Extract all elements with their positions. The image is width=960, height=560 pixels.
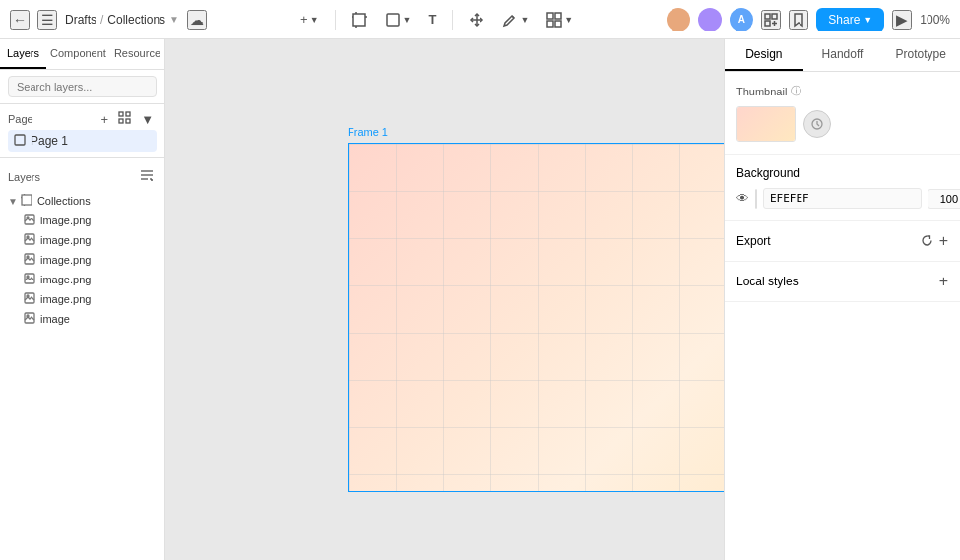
right-panel: Design Handoff Prototype Thumbnail ⓘ Ba: [724, 39, 960, 560]
background-label: Background: [736, 166, 800, 180]
breadcrumb-current[interactable]: Collections: [107, 13, 165, 27]
svg-rect-17: [15, 135, 25, 145]
frame-icon: [352, 12, 367, 28]
tab-prototype[interactable]: Prototype: [881, 39, 960, 71]
main-area: Layers Component Resource Page + ▼: [0, 39, 960, 560]
plugins-icon: [546, 12, 562, 28]
svg-rect-16: [126, 119, 130, 123]
list-item[interactable]: image: [16, 309, 164, 329]
shape-tool-button[interactable]: ▼: [379, 8, 417, 31]
add-tool-button[interactable]: + ▼: [294, 8, 325, 31]
background-title-row: Background: [736, 166, 948, 180]
export-row: Export +: [736, 233, 948, 249]
visibility-toggle[interactable]: 👁: [736, 191, 749, 206]
layer-group-collections[interactable]: ▼ Collections: [0, 191, 164, 211]
breadcrumb: Drafts / Collections ▼: [65, 13, 179, 27]
topbar: ← ☰ Drafts / Collections ▼ ☁ + ▼ ▼ T: [0, 0, 960, 39]
color-chip[interactable]: [755, 189, 757, 209]
chevron-down-icon[interactable]: ▼: [169, 14, 179, 25]
frame-tool-button[interactable]: [346, 8, 373, 31]
thumbnail-section: Thumbnail ⓘ: [725, 72, 960, 155]
image-layer-icon: [24, 273, 35, 286]
refresh-export-button[interactable]: [921, 234, 933, 249]
image-layer-icon: [24, 233, 35, 247]
hex-color-input[interactable]: [763, 188, 922, 209]
pen-tool-button[interactable]: ▼: [496, 8, 535, 31]
svg-rect-15: [119, 119, 123, 123]
back-button[interactable]: ←: [10, 10, 30, 30]
layer-children: image.png image.png image.png: [0, 211, 164, 329]
svg-rect-12: [765, 21, 770, 26]
opacity-input[interactable]: [928, 189, 960, 209]
cloud-sync-icon[interactable]: ☁: [187, 10, 207, 30]
breadcrumb-drafts[interactable]: Drafts: [65, 13, 96, 27]
text-tool-button[interactable]: T: [422, 8, 442, 31]
left-panel: Layers Component Resource Page + ▼: [0, 39, 165, 560]
thumbnail-title: Thumbnail ⓘ: [736, 84, 948, 98]
toolbar: + ▼ ▼ T ▼ ▼: [294, 8, 579, 31]
page-item-page1[interactable]: Page 1: [8, 130, 157, 152]
share-button[interactable]: Share ▼: [816, 8, 884, 31]
thumbnail-inner: [737, 107, 795, 141]
pen-chevron-icon: ▼: [520, 15, 529, 25]
add-export-button[interactable]: +: [939, 233, 948, 249]
tab-component[interactable]: Component: [46, 39, 110, 69]
list-item[interactable]: image.png: [16, 211, 164, 230]
avatar-1: [667, 8, 690, 31]
local-styles-row: Local styles +: [736, 274, 948, 289]
search-input[interactable]: [8, 76, 157, 97]
topbar-left: ← ☰ Drafts / Collections ▼ ☁: [10, 10, 207, 30]
svg-rect-7: [555, 13, 561, 19]
menu-button[interactable]: ☰: [37, 10, 57, 30]
frame-layer-icon: [21, 194, 32, 208]
list-item[interactable]: image.png: [16, 289, 164, 309]
move-tool-button[interactable]: [463, 8, 490, 31]
list-item[interactable]: image.png: [16, 230, 164, 250]
topbar-right: A Share ▼ ▶ 100%: [667, 8, 950, 31]
svg-rect-8: [547, 21, 553, 27]
layer-group-name: Collections: [37, 195, 91, 207]
pages-collapse-button[interactable]: ▼: [138, 110, 157, 128]
pages-header: Page + ▼: [8, 110, 157, 128]
export-label: Export: [736, 234, 771, 248]
layer-name: image: [40, 313, 70, 325]
breadcrumb-separator: /: [100, 13, 103, 27]
page-item-label: Page 1: [31, 134, 68, 148]
zoom-level[interactable]: 100%: [920, 13, 950, 27]
tab-design[interactable]: Design: [725, 39, 803, 71]
image-layer-icon: [24, 214, 35, 227]
add-page-button[interactable]: +: [98, 110, 112, 128]
canvas-area[interactable]: Frame 1: [165, 39, 724, 560]
list-item[interactable]: image.png: [16, 250, 164, 270]
background-section: Background 👁 %: [725, 155, 960, 221]
layers-section: Layers ▼ Collections image.p: [0, 158, 164, 560]
thumbnail-row: [736, 106, 948, 142]
avatar-3[interactable]: A: [730, 8, 753, 31]
image-layer-icon: [24, 292, 35, 306]
svg-rect-13: [119, 112, 123, 116]
thumbnail-label: Thumbnail: [736, 86, 787, 97]
layers-section-label: Layers: [8, 171, 40, 183]
plugins-nav-icon[interactable]: [761, 10, 781, 30]
play-button[interactable]: ▶: [892, 10, 912, 30]
pages-grid-button[interactable]: [115, 110, 134, 128]
layers-options-button[interactable]: [137, 168, 157, 185]
pen-icon: [502, 12, 518, 28]
bookmark-icon[interactable]: [789, 10, 808, 30]
share-label: Share: [828, 13, 860, 27]
tab-handoff[interactable]: Handoff: [803, 39, 882, 71]
list-item[interactable]: image.png: [16, 270, 164, 289]
tab-resource[interactable]: Resource: [110, 39, 164, 69]
plugins-tool-button[interactable]: ▼: [541, 8, 579, 31]
pages-section: Page + ▼ Page 1: [0, 104, 164, 158]
page-section-label: Page: [8, 113, 33, 125]
right-tabs: Design Handoff Prototype: [725, 39, 960, 72]
svg-rect-0: [353, 14, 365, 26]
frame-label: Frame 1: [348, 126, 388, 138]
svg-rect-11: [772, 14, 777, 19]
plus-icon: +: [300, 12, 308, 27]
tab-layers[interactable]: Layers: [0, 39, 46, 69]
add-local-style-button[interactable]: +: [939, 274, 948, 289]
frame-box[interactable]: [348, 143, 724, 492]
image-layer-icon: [24, 253, 35, 267]
